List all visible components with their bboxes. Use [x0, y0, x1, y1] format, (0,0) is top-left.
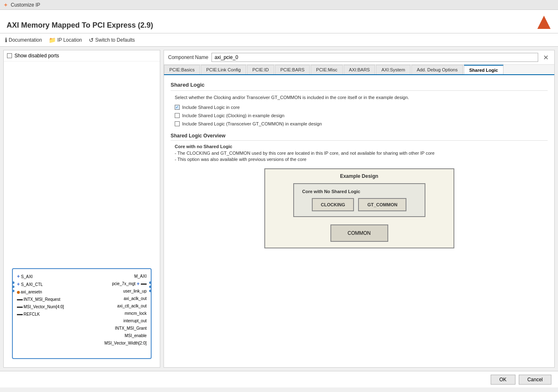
tab-add-debug-options[interactable]: Add. Debug Options [411, 65, 463, 74]
component-name-row: Component Name ✕ [164, 50, 554, 65]
ip-location-btn[interactable]: 📁 IP Location [49, 37, 82, 43]
port-msi-vector-width: MSI_Vector_Width[2:0] [97, 340, 147, 347]
port-axi-aclk-out: axi_aclk_out [97, 295, 147, 302]
toolbar: ℹ Documentation 📁 IP Location ↺ Switch t… [0, 33, 558, 47]
ok-button[interactable]: OK [491, 375, 515, 385]
switch-to-defaults-btn[interactable]: ↺ Switch to Defaults [89, 37, 135, 43]
common-box: COMMON [330, 224, 388, 242]
show-disabled-ports-checkbox[interactable] [7, 53, 12, 58]
left-panel: Show disabled ports [3, 50, 160, 368]
show-disabled-ports-label: Show disabled ports [14, 53, 59, 59]
port-mmcm-lock: mmcm_lock [97, 310, 147, 317]
documentation-btn[interactable]: ℹ Documentation [5, 37, 42, 43]
xilinx-logo [537, 15, 551, 30]
folder-icon: 📁 [49, 37, 56, 43]
include-shared-logic-gt-common-label: Include Shared Logic (Transceiver GT_COM… [182, 121, 322, 126]
component-name-label: Component Name [168, 54, 208, 60]
left-panel-header: Show disabled ports [4, 50, 160, 61]
tab-pcie-id[interactable]: PCIE:ID [247, 65, 274, 74]
tabs-row: PCIE:Basics PCIE:Link Config PCIE:ID PCI… [164, 65, 554, 75]
main-header: AXI Memory Mapped To PCI Express (2.9) [0, 10, 558, 33]
cancel-button[interactable]: Cancel [519, 375, 551, 385]
shared-logic-section-title: Shared Logic [171, 82, 548, 91]
port-axi-ctl-aclk-out: axi_ctl_aclk_out [97, 303, 147, 309]
refresh-icon: ↺ [89, 37, 94, 43]
title-bar: ✦ Customize IP [0, 0, 558, 10]
app-title: AXI Memory Mapped To PCI Express (2.9) [7, 21, 153, 30]
overview-core-title: Core with no Shared Logic [175, 144, 548, 149]
include-shared-logic-gt-common-checkbox[interactable] [175, 121, 180, 126]
tab-pcie-misc[interactable]: PCIE:Misc [311, 65, 342, 74]
app-icon: ✦ [3, 2, 8, 8]
chip-buttons: CLOCKING GT_COMMON [302, 198, 416, 211]
shared-logic-overview-title: Shared Logic Overview [171, 133, 548, 141]
port-msi-enable: MSI_enable [97, 333, 147, 339]
block-diagram: + S_AXI + S_AXI_CTL axi_aresetn INTX_MSI… [12, 268, 152, 359]
component-name-input[interactable] [211, 53, 538, 62]
content-area: Show disabled ports [0, 47, 558, 371]
common-label-area: COMMON [269, 224, 449, 242]
left-ports: + S_AXI + S_AXI_CTL axi_aresetn INTX_MSI… [17, 273, 66, 354]
bottom-bar: OK Cancel [0, 371, 558, 387]
core-no-shared-logic-box: Core with No Shared Logic CLOCKING GT_CO… [293, 183, 425, 217]
clocking-chip: CLOCKING [312, 198, 354, 211]
include-shared-logic-clocking-label: Include Shared Logic (Clocking) in examp… [182, 113, 285, 118]
core-box-title: Core with No Shared Logic [302, 189, 416, 194]
svg-marker-0 [537, 16, 551, 29]
port-s-axi: + S_AXI [17, 273, 66, 280]
tab-shared-logic[interactable]: Shared Logic [464, 65, 503, 75]
port-s-axi-ctl: + S_AXI_CTL [17, 281, 66, 288]
port-axi-aresetn: axi_aresetn [17, 289, 66, 295]
port-user-link-up: user_link_up [97, 288, 147, 295]
checkbox-include-shared-logic-clocking: Include Shared Logic (Clocking) in examp… [175, 113, 548, 118]
include-shared-logic-core-checkbox[interactable] [175, 105, 180, 110]
clear-component-name-btn[interactable]: ✕ [541, 54, 550, 61]
port-intx-msi-grant: INTX_MSI_Grant [97, 325, 147, 332]
right-panel: Component Name ✕ PCIE:Basics PCIE:Link C… [164, 50, 555, 368]
left-panel-content: + S_AXI + S_AXI_CTL axi_aresetn INTX_MSI… [4, 61, 160, 367]
gt-common-chip: GT_COMMON [358, 198, 406, 211]
overview-detail-2: - This option was also available with pr… [175, 157, 548, 162]
port-refclk: REFCLK [17, 311, 66, 318]
title-bar-text: Customize IP [11, 2, 40, 8]
tab-axi-bars[interactable]: AXI:BARS [344, 65, 375, 74]
port-interrupt-out: interrupt_out [97, 318, 147, 324]
port-msi-vector-num: MSI_Vector_Num[4:0] [17, 304, 66, 310]
example-design-title: Example Design [269, 173, 449, 179]
tab-content-shared-logic: Shared Logic Select whether the Clocking… [164, 75, 554, 367]
include-shared-logic-clocking-checkbox[interactable] [175, 113, 180, 118]
tab-axi-system[interactable]: AXI:System [376, 65, 410, 74]
right-ports: M_AXI pcie_7x_mgt + user_link_up axi_acl… [97, 273, 147, 354]
common-label: COMMON [348, 230, 371, 236]
tab-pcie-link-config[interactable]: PCIE:Link Config [201, 65, 246, 74]
tab-pcie-bars[interactable]: PCIE:BARS [275, 65, 310, 74]
checkbox-include-shared-logic-core: Include Shared Logic in core [175, 105, 548, 110]
info-icon: ℹ [5, 37, 7, 43]
port-intx-msi-request: INTX_MSI_Request [17, 296, 66, 303]
overview-detail-1: - The CLOCKING and GT_COMMON used by thi… [175, 151, 548, 156]
example-design-box: Example Design Core with No Shared Logic… [264, 168, 454, 248]
port-pcie-7x-mgt: pcie_7x_mgt + [97, 281, 147, 287]
port-m-axi: M_AXI [97, 273, 147, 280]
checkbox-include-shared-logic-gt-common: Include Shared Logic (Transceiver GT_COM… [175, 121, 548, 126]
tab-pcie-basics[interactable]: PCIE:Basics [164, 65, 200, 74]
shared-logic-description: Select whether the Clocking and/or Trans… [175, 95, 548, 100]
include-shared-logic-core-label: Include Shared Logic in core [182, 105, 240, 110]
